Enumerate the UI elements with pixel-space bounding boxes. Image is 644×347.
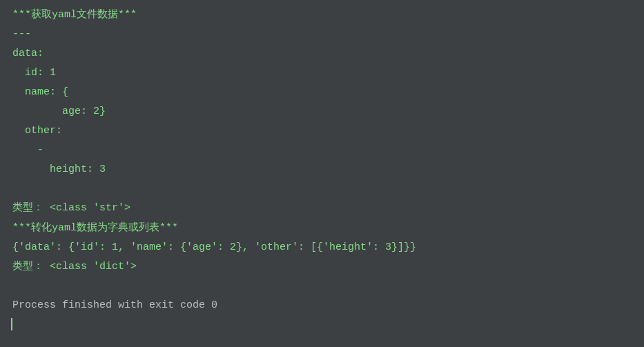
type-label: 类型： bbox=[12, 261, 43, 272]
output-line-age: age: 2} bbox=[12, 102, 632, 121]
output-line-header2: ***转化yaml数据为字典或列表*** bbox=[12, 219, 632, 238]
output-line-process-finished: Process finished with exit code 0 bbox=[12, 296, 632, 315]
output-line-id: id: 1 bbox=[12, 63, 632, 83]
output-line-type-dict: 类型： <class 'dict'> bbox=[12, 257, 632, 277]
output-line-yaml-sep: --- bbox=[12, 25, 632, 44]
output-line-type-str: 类型： <class 'str'> bbox=[12, 199, 632, 218]
output-line-name-open: name: { bbox=[12, 83, 632, 102]
type-value-str: <class 'str'> bbox=[43, 202, 130, 214]
output-line-header1: ***获取yaml文件数据*** bbox=[12, 6, 632, 25]
output-line-other: other: bbox=[12, 121, 632, 141]
output-line-data-key: data: bbox=[12, 44, 632, 63]
blank-line bbox=[12, 179, 632, 199]
output-line-list-dash: - bbox=[12, 141, 632, 160]
type-label: 类型： bbox=[12, 202, 43, 214]
output-line-dict: {'data': {'id': 1, 'name': {'age': 2}, '… bbox=[12, 238, 632, 257]
type-value-dict: <class 'dict'> bbox=[43, 261, 137, 272]
blank-line bbox=[12, 277, 632, 296]
cursor-icon bbox=[11, 318, 12, 330]
output-line-height: height: 3 bbox=[12, 160, 632, 179]
cursor-line bbox=[12, 315, 632, 335]
